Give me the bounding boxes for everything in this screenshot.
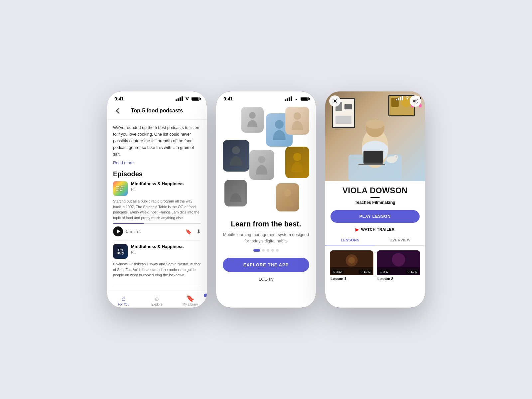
lesson-thumbnail-2: ⏱ 2:12 ♡ 1.342 <box>377 250 420 275</box>
svg-point-6 <box>232 185 239 193</box>
svg-point-0 <box>249 112 256 119</box>
podcast-title: Top-5 food podcasts <box>122 108 192 114</box>
instructor-collage <box>223 107 309 213</box>
podcast-content: We've rounded up the 5 best podcasts to … <box>107 120 207 293</box>
home-icon: ⌂ <box>122 295 126 302</box>
svg-point-34 <box>348 257 355 264</box>
wifi-icon-2 <box>294 97 299 101</box>
explore-app-button[interactable]: EXPLORE THE APP <box>223 258 309 272</box>
hero-background <box>325 91 425 181</box>
svg-point-5 <box>293 153 301 161</box>
episodes-heading: Episodes <box>113 170 201 178</box>
wifi-icon <box>185 97 190 101</box>
episode-controls-1: 1 min left 🔖 ⬇ <box>113 226 201 236</box>
bookmark-icon[interactable]: 🔖 <box>185 228 192 235</box>
svg-rect-10 <box>344 104 352 109</box>
nav-label-explore: Explore <box>151 303 163 306</box>
read-more-link[interactable]: Read more <box>113 161 134 165</box>
back-button[interactable] <box>113 106 122 115</box>
episode-actions-1: 🔖 ⬇ <box>185 228 201 235</box>
status-icons-1 <box>176 96 200 101</box>
svg-point-37 <box>392 253 405 266</box>
lesson-card-1[interactable]: ⏱ 2:12 ♡ 1.342 Lesson 1 <box>330 250 373 281</box>
watch-trailer-row[interactable]: ▶ WATCH TRAILER <box>325 225 425 234</box>
episode-subtitle-1: Hit <box>131 188 135 192</box>
status-icons-3 <box>396 95 420 100</box>
nav-for-you[interactable]: ⌂ For You <box>107 295 140 306</box>
progress-fill-1 <box>113 223 144 224</box>
lesson-2-likes: ♡ 1.342 <box>406 270 419 274</box>
phone-instructor: 9:41 <box>325 91 425 308</box>
nav-label-library: My Library <box>183 303 198 306</box>
name-divider <box>370 197 380 198</box>
signal-icon-2 <box>285 96 292 101</box>
episode-meta-2: Mindfulness & Happiness Hit <box>131 244 184 255</box>
status-bar-3: 9:41 <box>325 91 425 100</box>
tab-lessons-label: LESSONS <box>341 238 359 242</box>
episode-thumbnail-2: TheDaily <box>113 244 128 259</box>
tab-lessons[interactable]: LESSONS <box>325 235 375 245</box>
episode-meta-1: Mindfulness & Happiness Hit <box>131 181 184 192</box>
dot-3[interactable] <box>267 249 269 252</box>
instructor-photo-4 <box>223 140 249 172</box>
lessons-list: ⏱ 2:12 ♡ 1.342 Lesson 1 <box>325 247 425 285</box>
wifi-icon-3 <box>405 96 410 100</box>
bottom-navigation: ⌂ For You ⌕ Explore 🔖 11 My Library <box>107 292 207 308</box>
phones-container: 9:41 <box>107 91 425 308</box>
progress-bar-1 <box>113 223 201 224</box>
svg-point-2 <box>294 112 301 120</box>
svg-line-31 <box>415 101 416 102</box>
svg-rect-23 <box>358 164 385 165</box>
search-icon: ⌕ <box>155 295 159 302</box>
dot-1[interactable] <box>253 249 260 252</box>
status-bar-1: 9:41 <box>107 91 207 103</box>
nav-library[interactable]: 🔖 11 My Library <box>174 295 207 306</box>
svg-point-25 <box>393 155 398 160</box>
watch-trailer-text: WATCH TRAILER <box>361 227 395 231</box>
episode-title-2: Mindfulness & Happiness <box>131 244 184 249</box>
svg-point-28 <box>416 102 417 103</box>
library-icon: 🔖 <box>186 295 195 302</box>
dot-2[interactable] <box>262 249 265 252</box>
instructor-photo-7 <box>224 180 247 206</box>
episode-desc-1: Starting out as a public radio program a… <box>113 199 201 220</box>
instructor-name: VIOLA DOWSON <box>331 186 420 195</box>
play-button-1[interactable] <box>113 226 123 236</box>
time-left-1: 1 min left <box>126 229 141 233</box>
lesson-1-duration: ⏱ 2:12 <box>331 270 343 274</box>
svg-point-26 <box>396 156 397 158</box>
content-tabs: LESSONS OVERVIEW <box>325 235 425 246</box>
episode-desc-2: Co-hosts Hrishikesh Hirway and Samin Nos… <box>113 261 201 278</box>
battery-icon-2 <box>301 97 309 101</box>
signal-icon <box>176 96 183 101</box>
episode-subtitle-2: Hit <box>131 250 135 254</box>
instructor-photo-5 <box>249 150 274 180</box>
time-2: 9:41 <box>223 96 233 101</box>
tab-overview-label: OVERVIEW <box>389 238 410 242</box>
instructor-info: VIOLA DOWSON Teaches Filmmaking <box>325 181 425 208</box>
lesson-card-2[interactable]: ⏱ 2:12 ♡ 1.342 Lesson 2 <box>377 250 420 281</box>
login-link[interactable]: LOG IN <box>259 277 273 282</box>
phone-podcast: 9:41 <box>107 91 207 308</box>
library-badge: 11 <box>204 294 207 297</box>
dot-5[interactable] <box>276 249 279 252</box>
download-icon[interactable]: ⬇ <box>197 228 201 235</box>
podcast-description: We've rounded up the 5 best podcasts to … <box>113 124 201 158</box>
nav-explore[interactable]: ⌕ Explore <box>140 295 174 306</box>
svg-point-4 <box>258 156 265 163</box>
lesson-1-likes: ♡ 1.342 <box>359 270 372 274</box>
dot-4[interactable] <box>271 249 274 252</box>
instructor-hero: 9:41 <box>325 91 425 181</box>
status-bar-2: 9:41 <box>216 91 316 103</box>
episode-item: YOU AREFOUNDABOUT Mindfulness & Happines… <box>113 181 201 241</box>
lesson-1-name: Lesson 1 <box>330 275 373 281</box>
nav-label-for-you: For You <box>118 303 129 306</box>
tab-overview[interactable]: OVERVIEW <box>375 235 425 245</box>
instructor-photo-1 <box>241 107 264 133</box>
learn-subtitle: Mobile learning management system design… <box>223 232 309 244</box>
svg-point-3 <box>232 146 240 154</box>
lesson-2-overlay: ⏱ 2:12 ♡ 1.342 <box>378 270 419 274</box>
instructor-photo-8 <box>276 183 299 211</box>
signal-icon-3 <box>396 96 403 100</box>
play-lesson-button[interactable]: PLAY LESSON <box>331 210 420 223</box>
